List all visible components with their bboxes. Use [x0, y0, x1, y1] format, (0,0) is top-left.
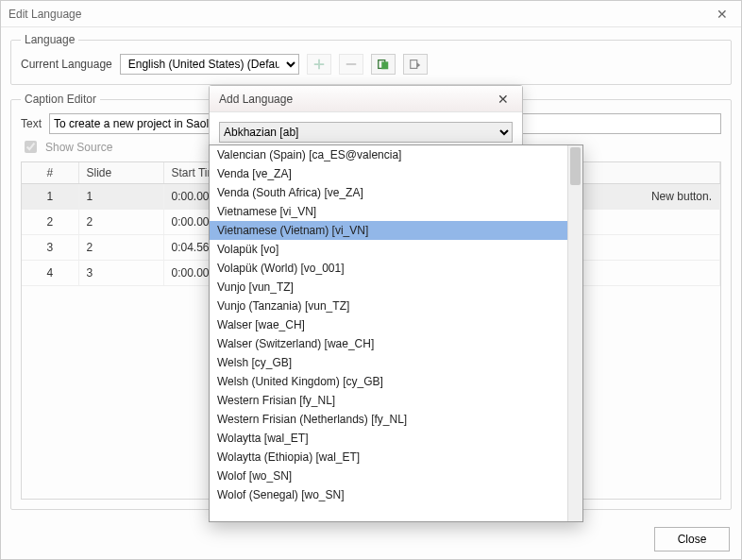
text-label: Text — [21, 117, 42, 130]
cell-slide: 2 — [78, 235, 163, 261]
popup-titlebar: Add Language ✕ — [210, 86, 522, 112]
props-icon — [377, 58, 390, 71]
window-title: Edit Language — [8, 8, 711, 21]
show-source-input[interactable] — [25, 141, 37, 153]
close-button[interactable]: Close — [654, 527, 730, 552]
cell-slide: 3 — [78, 261, 163, 286]
language-option[interactable]: Vunjo (Tanzania) [vun_TZ] — [210, 297, 567, 315]
language-option[interactable]: Wolof (Senegal) [wo_SN] — [210, 485, 567, 504]
language-option[interactable]: Vunjo [vun_TZ] — [210, 278, 567, 297]
svg-rect-0 — [346, 63, 357, 65]
col-num[interactable]: # — [22, 162, 78, 184]
add-language-dialog: Add Language ✕ Abkhazian [ab] — [209, 85, 523, 153]
language-picker-select[interactable]: Abkhazian [ab] — [219, 122, 513, 143]
language-option-list[interactable]: Valencian (Spain) [ca_ES@valencia]Venda … — [210, 145, 567, 521]
language-dropdown-list: Valencian (Spain) [ca_ES@valencia]Venda … — [209, 144, 583, 522]
language-option[interactable]: Welsh (United Kingdom) [cy_GB] — [210, 372, 567, 391]
cell-num: 4 — [22, 261, 78, 286]
language-legend: Language — [21, 33, 78, 46]
language-option[interactable]: Volapük (World) [vo_001] — [210, 259, 567, 278]
language-option[interactable]: Wolaytta (Ethiopia) [wal_ET] — [210, 448, 567, 467]
footer: Close — [1, 519, 741, 559]
add-language-button[interactable] — [307, 54, 331, 75]
svg-rect-2 — [381, 61, 388, 69]
language-option[interactable]: Vietnamese (Vietnam) [vi_VN] — [210, 221, 567, 240]
language-option[interactable]: Western Frisian [fy_NL] — [210, 391, 567, 410]
col-slide[interactable]: Slide — [78, 162, 163, 184]
show-source-label: Show Source — [45, 141, 112, 154]
svg-rect-3 — [411, 60, 417, 69]
language-properties-button[interactable] — [371, 54, 396, 75]
language-option[interactable]: Wolof [wo_SN] — [210, 467, 567, 485]
titlebar: Edit Language ✕ — [1, 1, 741, 27]
cell-num: 2 — [22, 210, 78, 235]
remove-language-button[interactable] — [339, 54, 363, 75]
language-option[interactable]: Walser [wae_CH] — [210, 315, 567, 334]
cell-num: 3 — [22, 235, 78, 261]
language-option[interactable]: Valencian (Spain) [ca_ES@valencia] — [210, 145, 567, 164]
language-option[interactable]: Venda [ve_ZA] — [210, 164, 567, 183]
scrollbar-thumb[interactable] — [570, 147, 581, 185]
language-option[interactable]: Venda (South Africa) [ve_ZA] — [210, 183, 567, 202]
current-language-select[interactable]: English (United States) (Default) — [120, 54, 299, 75]
language-option[interactable]: Wolaytta [wal_ET] — [210, 429, 567, 448]
language-option[interactable]: Welsh [cy_GB] — [210, 353, 567, 372]
export-icon — [409, 58, 422, 71]
caption-legend: Caption Editor — [21, 93, 100, 106]
export-language-button[interactable] — [403, 54, 428, 75]
close-icon[interactable]: ✕ — [711, 7, 734, 22]
current-language-label: Current Language — [21, 58, 112, 71]
plus-icon — [312, 58, 326, 71]
language-option[interactable]: Volapük [vo] — [210, 240, 567, 259]
cell-slide: 1 — [78, 184, 163, 210]
dropdown-scrollbar[interactable] — [567, 145, 582, 521]
popup-title: Add Language — [219, 93, 494, 106]
language-option[interactable]: Vietnamese [vi_VN] — [210, 202, 567, 221]
popup-close-icon[interactable]: ✕ — [494, 92, 513, 107]
minus-icon — [345, 58, 358, 71]
language-option[interactable]: Western Frisian (Netherlands) [fy_NL] — [210, 410, 567, 429]
language-option[interactable]: Walser (Switzerland) [wae_CH] — [210, 334, 567, 353]
cell-num: 1 — [22, 184, 78, 210]
cell-slide: 2 — [78, 210, 163, 235]
language-group: Language Current Language English (Unite… — [10, 33, 732, 85]
